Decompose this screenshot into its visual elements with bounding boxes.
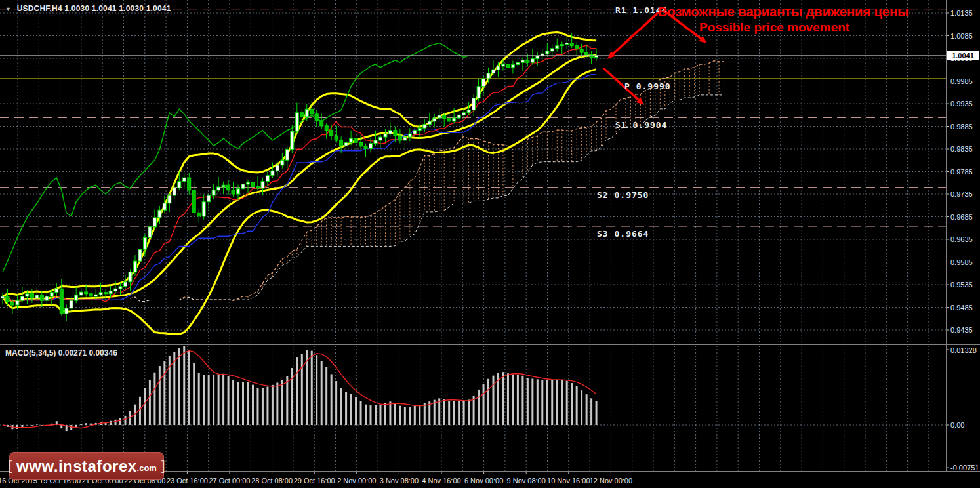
chevron-down-icon[interactable]: ▼	[5, 6, 11, 12]
time-axis-label: 9 Nov 08:00	[507, 477, 546, 485]
time-axis-label: 28 Oct 08:00	[251, 477, 293, 485]
logo-suffix: .com	[137, 463, 157, 473]
price-axis-label: 1.0135	[950, 9, 973, 17]
time-axis-label: 4 Nov 16:00	[422, 477, 460, 485]
price-axis-label: 0.9435	[950, 326, 973, 334]
ohlc-values: 1.0030 1.0041 1.0030 1.0041	[64, 4, 171, 13]
time-axis-label: 6 Nov 00:00	[464, 477, 503, 485]
current-price-badge: 1.0041	[947, 51, 979, 60]
price-axis-label: 0.9585	[950, 258, 973, 266]
time-axis-label: 23 Oct 16:00	[167, 477, 208, 485]
logo-text: www.instaforex	[16, 457, 136, 476]
time-axis-label: 10 Nov 16:00	[547, 477, 590, 485]
price-axis-label: 0.9935	[950, 100, 973, 108]
pivot-level-label: S2 0.9750	[597, 190, 649, 200]
annotation-text-ru: Возможные варианты движения цены	[658, 5, 909, 20]
time-axis-label: 29 Oct 16:00	[294, 477, 335, 485]
instaforex-watermark: [ www.instaforex .com ]	[9, 452, 164, 480]
price-axis-label: 0.9985	[950, 77, 973, 85]
mt4-chart-window: ▼ USDCHF,H4 1.0030 1.0041 1.0030 1.0041 …	[0, 0, 980, 488]
chart-header: ▼ USDCHF,H4 1.0030 1.0041 1.0030 1.0041	[5, 4, 171, 13]
pivot-level-label: S1 0.9904	[615, 120, 667, 130]
price-axis-label: 0.9735	[950, 190, 973, 198]
bracket-left: [	[9, 458, 12, 474]
price-axis-label: 0.9785	[950, 168, 973, 176]
pivot-level-label: P 0.9990	[624, 81, 671, 91]
bracket-right: ]	[161, 458, 165, 474]
time-axis-label: 3 Nov 08:00	[380, 477, 419, 485]
macd-axis-label: -0.00751	[950, 464, 979, 472]
price-axis-label: 0.9635	[950, 235, 973, 243]
macd-main-value: 0.00271	[58, 348, 87, 357]
price-axis-label: 0.9535	[950, 281, 973, 289]
price-axis-label: 0.9485	[950, 304, 973, 312]
time-axis-label: 12 Nov 00:00	[590, 477, 632, 485]
price-axis-label: 0.9685	[950, 213, 973, 221]
price-axis-label: 1.0085	[950, 32, 973, 40]
annotation-text-en: Possible price movement	[699, 20, 849, 35]
main-pane[interactable]	[0, 0, 946, 344]
symbol-timeframe-label: USDCHF,H4	[17, 4, 62, 13]
macd-axis-label: 0.01328	[950, 346, 977, 354]
time-axis-label: 2 Nov 00:00	[337, 477, 376, 485]
price-axis-label: 0.9885	[950, 123, 973, 131]
time-axis-label: 27 Oct 00:00	[209, 477, 251, 485]
macd-axis-label: 0.00	[950, 421, 964, 429]
pivot-level-label: S3 0.9664	[597, 229, 649, 239]
macd-signal-value: 0.00346	[89, 348, 117, 357]
macd-indicator-label: MACD(5,34,5) 0.00271 0.00346	[5, 348, 117, 357]
price-scenario-arrow	[613, 10, 661, 54]
price-chart-canvas[interactable]	[0, 0, 980, 488]
price-axis-label: 0.9835	[950, 145, 973, 153]
